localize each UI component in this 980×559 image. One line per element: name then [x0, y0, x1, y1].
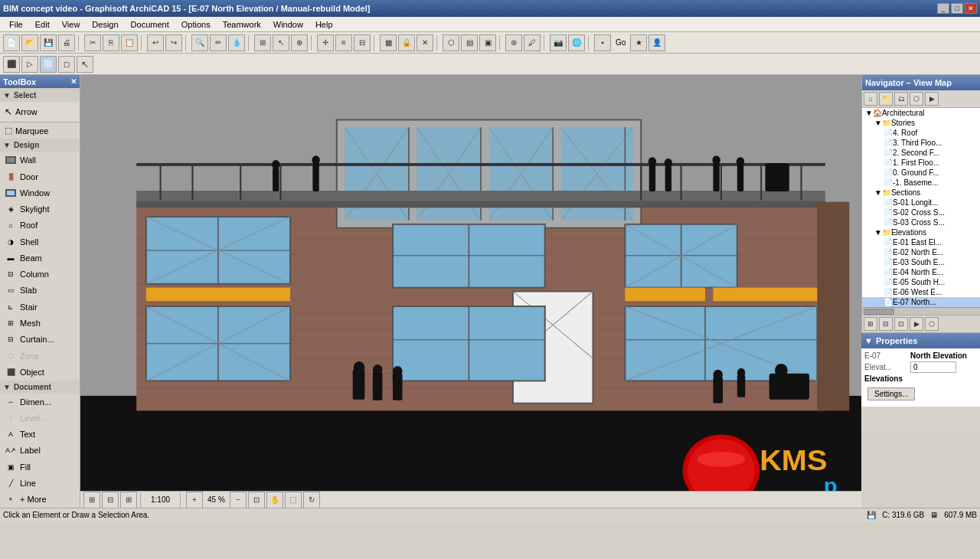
render-button[interactable]: 🌐 — [568, 34, 585, 51]
menu-document[interactable]: Document — [125, 18, 175, 31]
display-button[interactable]: ▪ — [594, 34, 611, 51]
pan-btn[interactable]: ✋ — [266, 492, 283, 508]
close-button[interactable]: ✕ — [965, 3, 977, 14]
nav-bottom-5[interactable]: ⬡ — [925, 317, 939, 331]
paste-button[interactable]: 📋 — [121, 34, 138, 51]
menu-edit[interactable]: Edit — [29, 18, 56, 31]
menu-view[interactable]: View — [56, 18, 87, 31]
nav-2-second[interactable]: 📄 2. Second F... — [862, 148, 980, 158]
nav-folder-btn[interactable]: 📁 — [879, 92, 893, 106]
tool-window[interactable]: Window — [0, 185, 80, 201]
group-button[interactable]: ▦ — [380, 34, 397, 51]
tool-object[interactable]: ⬛ Object — [0, 364, 80, 380]
t2-icon3[interactable]: ⬜ — [40, 56, 57, 73]
orbit-btn[interactable]: ↻ — [303, 492, 320, 508]
tool-line[interactable]: ╱ Line — [0, 475, 80, 491]
tool-slab[interactable]: ▭ Slab — [0, 283, 80, 299]
find-button[interactable]: 🔍 — [191, 34, 208, 51]
section-button[interactable]: ▤ — [461, 34, 478, 51]
elevation-button[interactable]: ▣ — [479, 34, 496, 51]
t2-icon1[interactable]: ⬛ — [3, 56, 20, 73]
camera-button[interactable]: 📷 — [550, 34, 567, 51]
menu-help[interactable]: Help — [309, 18, 339, 31]
save-button[interactable]: 💾 — [40, 34, 57, 51]
menu-teamwork[interactable]: Teamwork — [217, 18, 267, 31]
nav-minus1-basement[interactable]: 📄 -1. Baseme... — [862, 178, 980, 188]
tool-roof[interactable]: ⌂ Roof — [0, 217, 80, 234]
section-design[interactable]: ▼ Design — [0, 139, 80, 152]
nav-sections[interactable]: ▼ 📁 Sections — [862, 188, 980, 198]
maximize-button[interactable]: □ — [951, 3, 963, 14]
nav-e01[interactable]: 📄 E-01 East El... — [862, 237, 980, 247]
tool-column[interactable]: ⊟ Column — [0, 266, 80, 283]
distribute-button[interactable]: ⊟ — [354, 34, 371, 51]
menu-file[interactable]: File — [3, 18, 29, 31]
canvas-area[interactable]: KMS p co africa ⊞ ⊟ ⊞ 1:100 + 45 % − ⊡ ✋… — [80, 75, 861, 508]
settings-button[interactable]: Settings... — [867, 387, 915, 400]
t2-icon2[interactable]: ▷ — [21, 56, 38, 73]
zoom-fit-btn[interactable]: ⊡ — [248, 492, 265, 508]
new-button[interactable]: 📄 — [3, 34, 20, 51]
snap-button[interactable]: ⊞ — [254, 34, 271, 51]
section-view-btn[interactable]: ⊟ — [102, 492, 119, 508]
nav-e04[interactable]: 📄 E-04 North E... — [862, 267, 980, 277]
open-button[interactable]: 📂 — [21, 34, 38, 51]
3d-button[interactable]: ⬡ — [443, 34, 459, 51]
redo-button[interactable]: ↪ — [165, 34, 182, 51]
tool-fill[interactable]: ▣ Fill — [0, 459, 80, 475]
nav-scrollbar-thumb[interactable] — [864, 309, 894, 315]
move-button[interactable]: ✛ — [317, 34, 334, 51]
tool-more[interactable]: + + More — [0, 492, 80, 508]
tool-door[interactable]: 🚪 Door — [0, 168, 80, 185]
nav-4-roof[interactable]: 📄 4. Roof — [862, 128, 980, 138]
tool-wall[interactable]: Wall — [0, 152, 80, 168]
minimize-button[interactable]: _ — [937, 3, 949, 14]
print-button[interactable]: 🖨 — [58, 34, 75, 51]
tool-beam[interactable]: ▬ Beam — [0, 250, 80, 266]
nav-bottom-1[interactable]: ⊞ — [864, 317, 877, 331]
menu-window[interactable]: Window — [267, 18, 309, 31]
favorite-button[interactable]: ★ — [630, 34, 647, 51]
pen-button[interactable]: 🖊 — [524, 34, 541, 51]
nav-e05[interactable]: 📄 E-05 South H... — [862, 277, 980, 287]
section-document[interactable]: ▼ Document — [0, 381, 80, 394]
tool-arrow[interactable]: ↖ Arrow — [2, 103, 41, 120]
nav-e03[interactable]: 📄 E-03 South E... — [862, 257, 980, 267]
pencil-button[interactable]: ✏ — [210, 34, 227, 51]
tool-shell[interactable]: ◑ Shell — [0, 234, 80, 250]
nav-e06[interactable]: 📄 E-06 West E... — [862, 287, 980, 297]
nav-s02[interactable]: 📄 S-02 Cross S... — [862, 208, 980, 217]
tool-label[interactable]: A↗ Label — [0, 443, 80, 459]
nav-e07[interactable]: 📄 E-07 North... — [862, 297, 980, 307]
zoom-out-btn[interactable]: − — [230, 492, 247, 508]
t2-icon4[interactable]: ◻ — [58, 56, 75, 73]
tool-level[interactable]: ↕ Level ... — [0, 410, 80, 426]
nav-expand-btn[interactable]: ▶ — [925, 92, 939, 106]
nav-s03[interactable]: 📄 S-03 Cross S... — [862, 217, 980, 227]
prop-input-elevation[interactable] — [910, 361, 956, 373]
cut-button[interactable]: ✂ — [84, 34, 101, 51]
tool-dimension[interactable]: ↔ Dimen... — [0, 394, 80, 410]
align-button[interactable]: ≡ — [335, 34, 352, 51]
magnet-button[interactable]: ⊕ — [291, 34, 308, 51]
lock-button[interactable]: 🔒 — [398, 34, 415, 51]
layer-button[interactable]: ⊛ — [505, 34, 522, 51]
tool-marquee[interactable]: ⬚ Marquee — [0, 123, 80, 139]
nav-scrollbar-h[interactable] — [862, 307, 980, 315]
nav-e02[interactable]: 📄 E-02 North E... — [862, 247, 980, 257]
nav-architectural[interactable]: ▼ 🏠 Architectural — [862, 108, 980, 118]
nav-view-btn[interactable]: 🗂 — [894, 92, 908, 106]
nav-s01[interactable]: 📄 S-01 Longit... — [862, 198, 980, 208]
nav-elevations[interactable]: ▼ 📁 Elevations — [862, 227, 980, 237]
tool-skylight[interactable]: ◈ Skylight — [0, 201, 80, 217]
tool-mesh[interactable]: ⊞ Mesh — [0, 315, 80, 331]
pointer-button[interactable]: ↖ — [273, 34, 289, 51]
eyedrop-button[interactable]: 💧 — [228, 34, 245, 51]
unlock-button[interactable]: ✕ — [416, 34, 433, 51]
menu-design[interactable]: Design — [86, 18, 124, 31]
zoom-area-btn[interactable]: ⬚ — [285, 492, 302, 508]
nav-1-first[interactable]: 📄 1. First Floo... — [862, 158, 980, 168]
toolbox-close[interactable]: ✕ — [70, 77, 77, 86]
nav-bottom-3[interactable]: ⊡ — [894, 317, 908, 331]
tool-stair[interactable]: ⊾ Stair — [0, 299, 80, 315]
